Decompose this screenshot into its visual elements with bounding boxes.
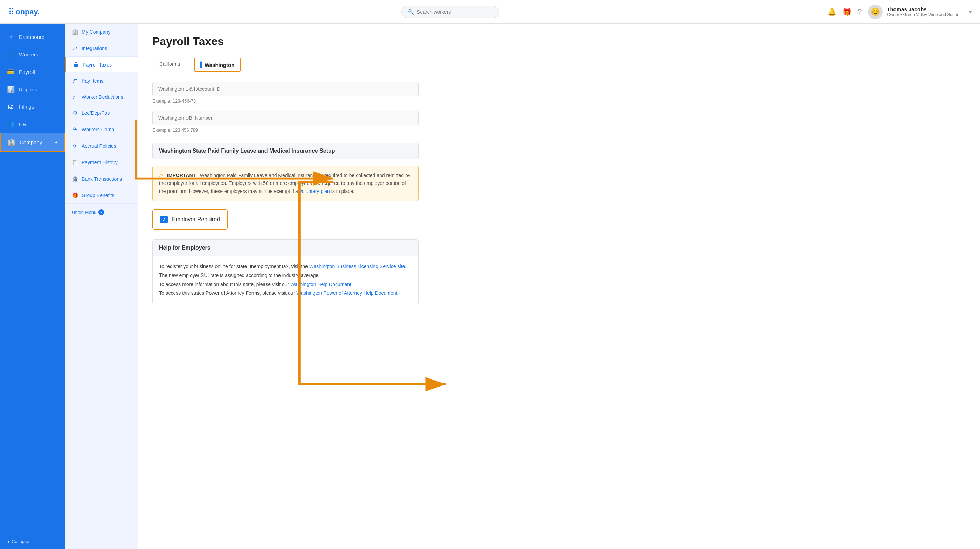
- loc-dep-pos-icon: ⚙: [72, 110, 78, 116]
- employer-required-checkbox-area: ✓ Employer Required: [152, 209, 228, 230]
- secondary-item-label: Worker Deductions: [82, 94, 123, 100]
- avatar: 😊: [868, 5, 883, 19]
- integrations-icon: ⇄: [72, 45, 78, 51]
- employer-required-checkbox[interactable]: ✓: [160, 216, 168, 224]
- secondary-item-pay-items[interactable]: 🏷 Pay Items: [65, 73, 138, 89]
- sidebar-item-label: Workers: [19, 51, 38, 57]
- secondary-item-label: Workers Comp: [82, 127, 114, 132]
- worker-deductions-icon: 🏷: [72, 94, 78, 100]
- pay-items-icon: 🏷: [72, 78, 78, 84]
- secondary-item-my-company[interactable]: 🏢 My Company: [65, 24, 138, 40]
- main-content: Payroll Taxes California Washington Exam…: [138, 24, 980, 549]
- licensing-service-link[interactable]: Washington Business Licensing Service si…: [309, 263, 405, 269]
- search-box[interactable]: 🔍: [401, 6, 500, 18]
- ubi-number-group: Example: 123 456 789: [152, 111, 418, 133]
- sidebar-item-hr[interactable]: 👥 HR: [0, 115, 65, 133]
- warning-text-end: is in place.: [331, 188, 355, 194]
- sidebar-nav: ⊞ Dashboard 👤 Workers 💳 Payroll 📊 Report…: [0, 24, 65, 533]
- primary-sidebar: ⊞ Dashboard 👤 Workers 💳 Payroll 📊 Report…: [0, 24, 65, 549]
- accrual-policies-icon: ✈: [72, 143, 78, 149]
- unpin-menu-label: Unpin Menu: [72, 210, 96, 215]
- company-icon: 🏢: [8, 138, 16, 146]
- secondary-item-label: Bank Transactions: [82, 176, 122, 182]
- secondary-item-label: Pay Items: [82, 78, 103, 84]
- user-menu[interactable]: 😊 Thomas Jacobs Owner • Green Valley Win…: [868, 5, 972, 19]
- logo-icon: ⠿: [8, 7, 14, 16]
- sidebar-item-label: Reports: [19, 86, 38, 92]
- secondary-item-payroll-taxes[interactable]: 🏛 Payroll Taxes: [65, 57, 138, 73]
- unpin-menu-button[interactable]: Unpin Menu ✕: [65, 204, 138, 221]
- secondary-item-label: Payment History: [82, 160, 118, 165]
- search-icon: 🔍: [408, 9, 414, 15]
- tab-washington[interactable]: Washington: [194, 58, 240, 72]
- group-benefits-icon: 🎁: [72, 192, 78, 198]
- li-account-id-input[interactable]: [152, 82, 418, 96]
- workers-icon: 👤: [7, 51, 15, 58]
- sidebar-item-filings[interactable]: 🗂 Filings: [0, 98, 65, 115]
- sidebar-item-label: Company: [20, 140, 42, 145]
- secondary-item-payment-history[interactable]: 📋 Payment History: [65, 154, 138, 171]
- collapse-icon: ◂: [7, 539, 10, 544]
- checkmark-icon: ✓: [162, 217, 166, 222]
- secondary-item-loc-dep-pos[interactable]: ⚙ Loc/Dep/Pos: [65, 105, 138, 122]
- secondary-item-label: Payroll Taxes: [83, 62, 112, 68]
- secondary-item-label: My Company: [82, 29, 110, 35]
- secondary-item-label: Accrual Policies: [82, 143, 116, 149]
- tab-california[interactable]: California: [152, 58, 187, 72]
- unpin-icon: ✕: [99, 209, 104, 215]
- employer-required-label: Employer Required: [172, 216, 220, 223]
- sidebar-item-payroll[interactable]: 💳 Payroll: [0, 63, 65, 81]
- form-section: Example: 123-456-78 Example: 123 456 789…: [152, 82, 418, 304]
- sidebar-item-label: HR: [19, 121, 27, 127]
- sidebar-item-company[interactable]: 🏢 Company ◂: [0, 133, 65, 152]
- help-document-link[interactable]: Washington Help Document.: [290, 281, 353, 287]
- user-info: Thomas Jacobs Owner • Green Valley Wine …: [887, 6, 963, 17]
- company-arrow: ◂: [55, 140, 57, 144]
- sidebar-item-workers[interactable]: 👤 Workers: [0, 46, 65, 63]
- secondary-item-bank-transactions[interactable]: 🏦 Bank Transactions: [65, 171, 138, 187]
- state-tabs: California Washington: [152, 58, 966, 72]
- secondary-item-workers-comp[interactable]: ✈ Workers Comp: [65, 122, 138, 138]
- payroll-taxes-icon: 🏛: [73, 62, 79, 68]
- sidebar-footer: ◂ Collapse: [0, 533, 65, 549]
- washington-label: Washington: [205, 62, 234, 68]
- app-layout: ⊞ Dashboard 👤 Workers 💳 Payroll 📊 Report…: [0, 24, 980, 549]
- poa-document-link[interactable]: Washington Power of Attorney Help Docume…: [296, 290, 397, 296]
- secondary-item-label: Loc/Dep/Pos: [82, 110, 110, 116]
- my-company-icon: 🏢: [72, 29, 78, 35]
- help-section-body: To register your business online for sta…: [152, 256, 418, 304]
- collapse-button[interactable]: ◂ Collapse: [7, 539, 58, 544]
- gifts-icon[interactable]: 🎁: [843, 8, 851, 16]
- washington-indicator: [200, 61, 202, 68]
- secondary-item-accrual-policies[interactable]: ✈ Accrual Policies: [65, 138, 138, 154]
- collapse-label: Collapse: [11, 539, 29, 544]
- logo[interactable]: ⠿ onpay.: [8, 7, 73, 16]
- payroll-icon: 💳: [7, 68, 15, 76]
- ubi-hint: Example: 123 456 789: [152, 127, 418, 133]
- ubi-number-input[interactable]: [152, 111, 418, 125]
- hr-icon: 👥: [7, 120, 15, 128]
- warning-box: ⚠ IMPORTANT : Washington Paid Family Lea…: [152, 166, 418, 201]
- secondary-item-worker-deductions[interactable]: 🏷 Worker Deductions: [65, 89, 138, 105]
- nav-icons: 🔔 🎁 ?: [828, 8, 862, 16]
- help-line-2: The new employer SUI rate is assigned ac…: [159, 271, 412, 280]
- bank-transactions-icon: 🏦: [72, 176, 78, 182]
- user-role: Owner • Green Valley Wine and Sundri...: [887, 12, 963, 17]
- search-area: 🔍: [73, 6, 828, 18]
- secondary-item-integrations[interactable]: ⇄ Integrations: [65, 40, 138, 57]
- reports-icon: 📊: [7, 86, 15, 93]
- filings-icon: 🗂: [7, 103, 15, 110]
- dashboard-icon: ⊞: [7, 33, 15, 41]
- family-leave-section-header: Washington State Paid Family Leave and M…: [152, 143, 418, 159]
- li-account-hint: Example: 123-456-78: [152, 98, 418, 104]
- sidebar-item-reports[interactable]: 📊 Reports: [0, 81, 65, 98]
- search-input[interactable]: [417, 9, 493, 15]
- secondary-item-group-benefits[interactable]: 🎁 Group Benefits: [65, 187, 138, 204]
- help-icon[interactable]: ?: [858, 8, 862, 16]
- help-line-3: To access more information about this st…: [159, 280, 412, 289]
- voluntary-plan-link[interactable]: voluntary plan: [299, 188, 330, 194]
- sidebar-item-label: Dashboard: [19, 34, 45, 40]
- chevron-down-icon: ▾: [969, 9, 972, 15]
- sidebar-item-dashboard[interactable]: ⊞ Dashboard: [0, 28, 65, 46]
- notifications-icon[interactable]: 🔔: [828, 8, 837, 16]
